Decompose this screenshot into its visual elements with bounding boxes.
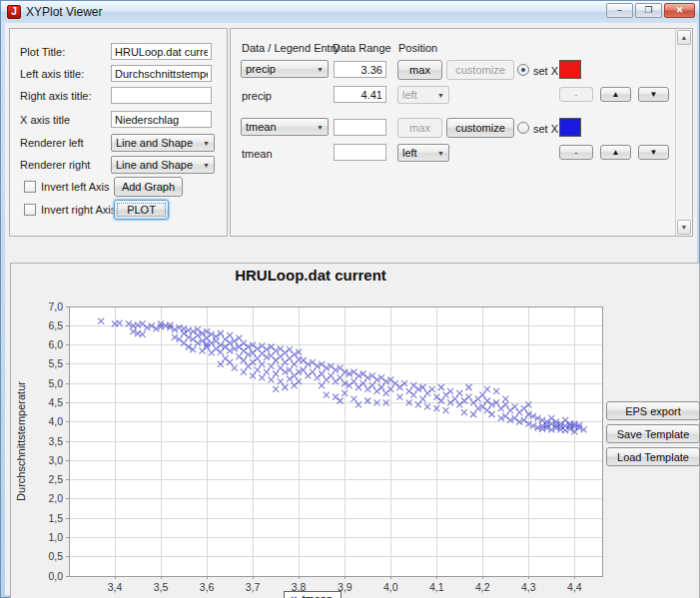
svg-text:3,7: 3,7 xyxy=(246,581,261,593)
svg-text:6,5: 6,5 xyxy=(48,319,63,331)
range-min-precip-input[interactable] xyxy=(334,61,386,78)
titlebar[interactable]: J XYPlot Viewer – ❐ ✕ xyxy=(1,1,699,23)
chevron-down-icon: ▼ xyxy=(203,162,210,169)
data-panel: Data / Legend Entry Data Range Position … xyxy=(230,28,693,237)
load-template-button[interactable]: Load Template xyxy=(606,447,700,466)
data-panel-scrollbar[interactable]: ▲ ▼ xyxy=(675,29,692,236)
data-combo-tmean[interactable]: tmean ▼ xyxy=(241,118,329,136)
left-axis-title-input[interactable] xyxy=(111,65,212,82)
invert-left-axis-checkbox[interactable] xyxy=(24,181,36,193)
xyplot-viewer-window: J XYPlot Viewer – ❐ ✕ Plot Title: Left a… xyxy=(0,0,700,598)
svg-text:4,1: 4,1 xyxy=(429,581,444,593)
x-axis-title-input[interactable] xyxy=(111,111,212,128)
svg-text:1,0: 1,0 xyxy=(48,531,63,543)
x-axis-title-label: X axis title xyxy=(20,114,70,126)
right-axis-title-label: Right axis title: xyxy=(20,90,92,102)
left-axis-title-label: Left axis title: xyxy=(20,68,84,80)
window-content: Plot Title: Left axis title: Right axis … xyxy=(5,23,697,595)
move-up-button-precip[interactable]: ▲ xyxy=(600,87,631,102)
renderer-right-combo[interactable]: Line and Shape ▼ xyxy=(111,156,215,174)
svg-text:4,0: 4,0 xyxy=(48,415,63,427)
app-icon: J xyxy=(7,5,21,19)
close-button[interactable]: ✕ xyxy=(664,3,695,18)
chevron-down-icon: ▼ xyxy=(317,124,324,131)
series-name-tmean: tmean xyxy=(242,148,273,160)
svg-text:4,3: 4,3 xyxy=(521,581,536,593)
chart-canvas[interactable]: 3,43,53,63,73,83,94,04,14,24,34,40,00,51… xyxy=(11,284,610,598)
svg-text:6,0: 6,0 xyxy=(48,338,63,350)
chevron-down-icon: ▼ xyxy=(203,140,210,147)
svg-text:7,0: 7,0 xyxy=(48,300,63,312)
renderer-right-value: Line and Shape xyxy=(116,159,193,171)
legend-marker-icon: × xyxy=(291,593,297,598)
svg-text:3,5: 3,5 xyxy=(48,435,63,447)
svg-text:2,5: 2,5 xyxy=(48,473,63,485)
plot-title-input[interactable] xyxy=(111,43,212,60)
series-color-swatch-tmean[interactable] xyxy=(559,118,581,137)
set-x-radio-tmean[interactable] xyxy=(517,122,529,134)
svg-text:5,5: 5,5 xyxy=(48,357,63,369)
set-x-radio-precip[interactable] xyxy=(517,64,529,76)
eps-export-button[interactable]: EPS export xyxy=(606,401,700,420)
customize-button-tmean[interactable]: customize xyxy=(446,118,514,138)
legend-label: tmean xyxy=(302,593,333,598)
move-down-button-precip[interactable]: ▼ xyxy=(638,87,669,102)
svg-text:3,4: 3,4 xyxy=(108,581,123,593)
svg-text:2,0: 2,0 xyxy=(48,492,63,504)
position-combo-tmean[interactable]: left ▼ xyxy=(397,144,449,162)
series-name-precip: precip xyxy=(242,90,272,102)
form-panel: Plot Title: Left axis title: Right axis … xyxy=(9,28,228,237)
data-combo-precip-value: precip xyxy=(246,63,276,75)
max-button-tmean[interactable]: max xyxy=(397,118,442,138)
chart-legend: × tmean xyxy=(284,591,342,598)
data-combo-tmean-value: tmean xyxy=(246,121,277,133)
renderer-left-label: Renderer left xyxy=(20,137,84,149)
position-combo-precip[interactable]: left ▼ xyxy=(397,86,449,104)
remove-button-precip[interactable]: - xyxy=(559,87,593,102)
invert-right-axis-label: Invert right Axis xyxy=(41,204,116,216)
window-title: XYPlot Viewer xyxy=(26,5,102,19)
position-header: Position xyxy=(398,42,437,54)
scroll-up-icon[interactable]: ▲ xyxy=(677,30,691,45)
renderer-left-value: Line and Shape xyxy=(116,137,193,149)
svg-text:4,0: 4,0 xyxy=(383,581,398,593)
svg-text:3,5: 3,5 xyxy=(154,581,169,593)
legend-entry-header: Data / Legend Entry xyxy=(242,42,340,54)
svg-text:4,2: 4,2 xyxy=(475,581,490,593)
range-min-tmean-input[interactable] xyxy=(334,119,386,136)
svg-text:3,0: 3,0 xyxy=(48,454,63,466)
save-template-button[interactable]: Save Template xyxy=(606,424,700,443)
maximize-button[interactable]: ❐ xyxy=(635,3,662,18)
remove-button-tmean[interactable]: - xyxy=(559,145,593,160)
minimize-button[interactable]: – xyxy=(606,3,633,18)
max-button-precip[interactable]: max xyxy=(397,60,442,80)
data-combo-precip[interactable]: precip ▼ xyxy=(241,60,329,78)
chart-title: HRULoop.dat current xyxy=(11,267,610,284)
series-color-swatch-precip[interactable] xyxy=(559,60,581,79)
svg-text:Durchschnittstemperatur: Durchschnittstemperatur xyxy=(15,381,27,501)
chevron-down-icon: ▼ xyxy=(437,92,444,99)
position-combo-tmean-value: left xyxy=(402,147,417,159)
renderer-left-combo[interactable]: Line and Shape ▼ xyxy=(111,134,215,152)
svg-text:1,5: 1,5 xyxy=(48,512,63,524)
right-axis-title-input[interactable] xyxy=(111,87,212,104)
invert-right-axis-checkbox[interactable] xyxy=(24,204,36,216)
scroll-down-icon[interactable]: ▼ xyxy=(677,220,691,235)
svg-text:4,5: 4,5 xyxy=(48,396,63,408)
plot-title-label: Plot Title: xyxy=(20,46,65,58)
svg-text:3,6: 3,6 xyxy=(200,581,215,593)
svg-text:0,0: 0,0 xyxy=(48,570,63,582)
customize-button-precip[interactable]: customize xyxy=(446,60,514,80)
move-up-button-tmean[interactable]: ▲ xyxy=(600,145,631,160)
add-graph-button[interactable]: Add Graph xyxy=(114,177,183,197)
range-max-tmean-input[interactable] xyxy=(334,144,386,161)
move-down-button-tmean[interactable]: ▼ xyxy=(638,145,669,160)
data-range-header: Data Range xyxy=(333,42,391,54)
window-controls: – ❐ ✕ xyxy=(606,3,695,18)
position-combo-precip-value: left xyxy=(402,89,417,101)
svg-text:0,5: 0,5 xyxy=(48,550,63,562)
range-max-precip-input[interactable] xyxy=(334,86,386,103)
plot-button[interactable]: PLOT xyxy=(114,200,169,220)
set-x-label-tmean: set X xyxy=(533,123,558,135)
set-x-label-precip: set X xyxy=(533,65,558,77)
